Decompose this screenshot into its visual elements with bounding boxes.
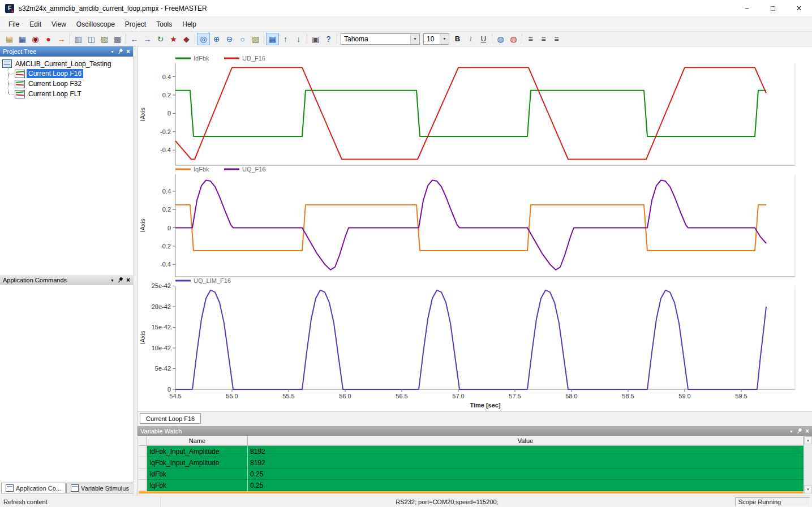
row-selector[interactable] [139,457,147,469]
navigate-forward-button[interactable]: → [141,33,154,45]
italic-button[interactable]: I [464,33,477,45]
underline-button[interactable]: U [477,33,490,45]
print-button[interactable]: ▩ [111,33,124,45]
save-project-button[interactable]: ▦ [16,33,29,45]
toolbar-separator [70,34,70,44]
menu-file[interactable]: File [3,18,24,31]
watch-row[interactable]: IqFbk_Input_Amplitude8192 [139,457,804,469]
move-up-button[interactable]: ↑ [279,33,292,45]
panel-splitter[interactable] [133,46,138,496]
zoom-in-button[interactable]: ⊕ [210,33,223,45]
watch-value-cell[interactable]: 0.25 [248,469,804,480]
bold-button[interactable]: B [451,33,464,45]
menu-oscilloscope[interactable]: Oscilloscope [71,18,120,31]
zoom-out-button[interactable]: ⊖ [223,33,236,45]
align-left-button[interactable]: ≡ [524,33,537,45]
menu-help[interactable]: Help [177,18,201,31]
row-selector[interactable] [139,480,147,491]
scroll-down-icon[interactable]: ▼ [804,485,812,493]
row-selector[interactable] [139,446,147,457]
x-tick-label: 57.5 [509,393,521,399]
show-project-tree-button[interactable]: ▥ [72,33,85,45]
menu-project[interactable]: Project [120,18,151,31]
scroll-up-icon[interactable]: ▲ [804,436,812,444]
move-down-button[interactable]: ↓ [292,33,305,45]
reload-button[interactable]: ↻ [154,33,167,45]
horizontal-scrollbar[interactable] [139,491,804,493]
tree-root-item[interactable]: AMCLIB_Current_Loop_Testing [2,59,133,68]
stop-communication-button[interactable]: ● [42,33,55,45]
zoom-restore-button[interactable]: ○ [236,33,249,45]
series-UQ_LIM_F16 [175,290,766,389]
project-tree-header: Project Tree ▼ × [0,46,133,57]
context-help-button[interactable]: ? [322,33,335,45]
scrollbar-track[interactable] [804,444,812,485]
variable-watch-grid: NameValueIdFbk_Input_Amplitude8192IqFbk_… [138,436,804,491]
align-right-button[interactable]: ≡ [550,33,563,45]
pin-icon[interactable] [796,427,803,435]
close-icon[interactable]: × [126,48,130,55]
close-icon[interactable]: × [805,428,809,435]
tab-label: Variable Stimulus [81,485,129,492]
open-project-button[interactable]: ▤ [3,33,16,45]
menu-edit[interactable]: Edit [24,18,46,31]
screenshot-button[interactable]: ▧ [249,33,262,45]
copy-button[interactable]: ◫ [85,33,98,45]
watch-value-cell[interactable]: 8192 [248,457,804,469]
menu-tools[interactable]: Tools [151,18,177,31]
column-header-value[interactable]: Value [248,436,804,446]
tab-variable-stimulus[interactable]: Variable Stimulus [66,483,134,493]
legend-label: IdFbk [194,55,209,62]
y-tick-label: 0.4 [162,188,171,195]
scope-tab-bar: Current Loop F16 [138,411,812,426]
zoom-fit-button[interactable]: ◎ [197,33,210,45]
insert-html-button[interactable]: ◍ [507,33,520,45]
x-tick-label: 58.5 [622,393,634,399]
navigate-back-button[interactable]: ← [128,33,141,45]
start-communication-button[interactable]: ◉ [29,33,42,45]
variable-stimulus-button[interactable]: ★ [167,33,180,45]
connection-plug-button[interactable]: → [55,33,68,45]
tab-application-co[interactable]: Application Co... [1,483,66,493]
freemaster-window: F s32m24x_ammclib_amclib_current_loop.pm… [0,0,812,507]
grid-toggle-button[interactable]: ▦ [266,33,279,45]
oscilloscope-view[interactable]: 0.40.20-0.2-0.4IAxisIdFbkUD_F160.40.20-0… [138,46,812,411]
font-family-select[interactable]: Tahoma▼ [341,33,420,45]
font-size-select[interactable]: 10▼ [423,33,449,45]
maximize-button[interactable]: □ [760,0,786,16]
dropdown-arrow-icon[interactable]: ▼ [440,34,449,44]
tab-current-loop-f16[interactable]: Current Loop F16 [140,413,201,424]
close-button[interactable]: × [786,0,812,16]
pin-icon[interactable] [117,48,124,55]
insert-link-button[interactable]: ◍ [494,33,507,45]
close-icon[interactable]: × [126,277,130,283]
row-selector[interactable] [139,469,147,480]
oscilloscope-icon [15,90,25,98]
y-tick-label: 0 [167,386,171,393]
tree-item-current-loop-flt[interactable]: Current Loop FLT [8,89,133,99]
watch-value-cell[interactable]: 0.25 [248,480,804,491]
minimize-button[interactable]: − [734,0,760,16]
watch-row[interactable]: IdFbk_Input_Amplitude8192 [139,446,804,457]
pipes-button[interactable]: ◆ [180,33,193,45]
watch-row[interactable]: IdFbk0.25 [139,469,804,480]
properties-button[interactable]: ▣ [309,33,322,45]
vertical-scrollbar[interactable]: ▲ ▼ [804,436,812,493]
watch-row[interactable]: IqFbk0.25 [139,480,804,491]
font-size-select-value: 10 [424,35,440,43]
chevron-down-icon[interactable]: ▼ [110,50,114,54]
x-tick-label: 56.0 [339,393,351,399]
align-center-button[interactable]: ≡ [537,33,550,45]
pin-icon[interactable] [117,276,124,283]
chevron-down-icon[interactable]: ▼ [789,429,793,433]
column-header-name[interactable]: Name [147,436,248,446]
dropdown-arrow-icon[interactable]: ▼ [410,34,419,44]
paste-button[interactable]: ▨ [98,33,111,45]
chevron-down-icon[interactable]: ▼ [110,278,114,282]
menu-view[interactable]: View [46,18,71,31]
tree-item-current-loop-f32[interactable]: Current Loop F32 [8,79,133,89]
watch-value-cell[interactable]: 8192 [248,446,804,457]
x-tick-label: 59.5 [735,393,747,399]
y-tick-label: 0 [167,110,171,117]
tree-item-current-loop-f16[interactable]: Current Loop F16 [8,68,133,79]
